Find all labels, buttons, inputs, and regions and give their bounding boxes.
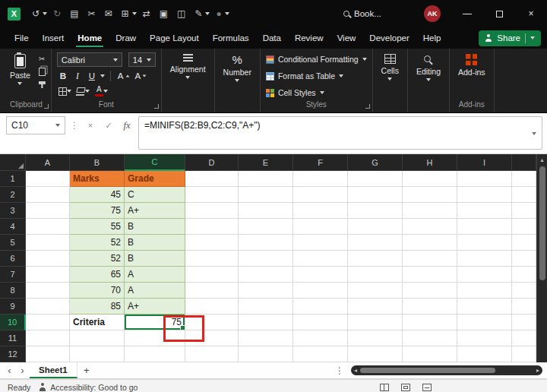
- cell-C4[interactable]: B: [125, 219, 185, 235]
- copy-button[interactable]: [39, 68, 46, 76]
- accessibility-status[interactable]: Accessibility: Good to go: [38, 383, 138, 392]
- cell[interactable]: [403, 267, 457, 283]
- cells-button[interactable]: Cells: [378, 52, 402, 82]
- cell[interactable]: [348, 267, 403, 283]
- cell-A1[interactable]: [26, 171, 70, 187]
- cell[interactable]: [403, 346, 457, 362]
- cell-B4[interactable]: 55: [70, 219, 125, 235]
- prev-sheet-button[interactable]: ‹: [4, 365, 15, 376]
- cell-A7[interactable]: [26, 267, 70, 283]
- cell[interactable]: [512, 346, 536, 362]
- row-header-7[interactable]: 7: [0, 267, 26, 283]
- font-dialog-launcher-icon[interactable]: [154, 104, 159, 109]
- col-header-e[interactable]: E: [239, 154, 293, 171]
- cell[interactable]: [293, 267, 348, 283]
- cell[interactable]: [239, 283, 293, 299]
- cell[interactable]: [239, 203, 293, 219]
- row-header-11[interactable]: 11: [0, 330, 26, 346]
- cell[interactable]: [239, 315, 293, 330]
- tab-review[interactable]: Review: [288, 27, 330, 49]
- page-break-view-button[interactable]: [422, 384, 432, 391]
- cut-icon[interactable]: ✂: [87, 8, 95, 19]
- cell[interactable]: [403, 251, 457, 267]
- cell[interactable]: [293, 235, 348, 251]
- cell[interactable]: [512, 219, 536, 235]
- cell-A10[interactable]: [26, 315, 70, 330]
- borders-button[interactable]: [57, 85, 73, 97]
- name-box[interactable]: C10: [6, 116, 65, 134]
- maximize-button[interactable]: [483, 0, 515, 27]
- minimize-button[interactable]: —: [451, 0, 483, 27]
- insert-function-button[interactable]: fx: [120, 116, 134, 134]
- underline-button[interactable]: U: [86, 70, 98, 82]
- conditional-formatting-button[interactable]: Conditional Formatting: [266, 52, 367, 66]
- row-header-2[interactable]: 2: [0, 187, 26, 203]
- cell[interactable]: [348, 283, 403, 299]
- col-header-f[interactable]: F: [293, 154, 348, 171]
- cancel-button[interactable]: ×: [84, 116, 97, 134]
- cell[interactable]: [239, 171, 293, 187]
- name-box-caret-icon[interactable]: [55, 124, 60, 127]
- cell[interactable]: [239, 187, 293, 203]
- cell[interactable]: [512, 315, 536, 330]
- format-painter-button[interactable]: [39, 81, 46, 89]
- cell[interactable]: [293, 171, 348, 187]
- cell[interactable]: [403, 330, 457, 346]
- cell-A9[interactable]: [26, 299, 70, 315]
- pen-icon[interactable]: ✎: [194, 8, 202, 19]
- cell[interactable]: [239, 251, 293, 267]
- alignment-button[interactable]: Alignment: [167, 52, 209, 81]
- cell-C12[interactable]: [125, 346, 185, 362]
- tab-bar-menu-icon[interactable]: ⋮: [335, 365, 344, 376]
- cell-A2[interactable]: [26, 187, 70, 203]
- paste-button[interactable]: Paste: [7, 52, 33, 87]
- cell-A11[interactable]: [26, 330, 70, 346]
- search-box[interactable]: Book...: [343, 0, 381, 27]
- cell[interactable]: [403, 187, 457, 203]
- col-header-d[interactable]: D: [185, 154, 239, 171]
- tab-home[interactable]: Home: [71, 27, 109, 49]
- cell[interactable]: [348, 187, 403, 203]
- cell[interactable]: [457, 330, 512, 346]
- cell[interactable]: [457, 346, 512, 362]
- cell-A4[interactable]: [26, 219, 70, 235]
- cell-A3[interactable]: [26, 203, 70, 219]
- tab-view[interactable]: View: [330, 27, 363, 49]
- cell-styles-button[interactable]: Cell Styles: [266, 86, 324, 100]
- row-header-5[interactable]: 5: [0, 235, 26, 251]
- cell[interactable]: [348, 171, 403, 187]
- cell[interactable]: [512, 330, 536, 346]
- tab-developer[interactable]: Developer: [362, 27, 416, 49]
- document-icon[interactable]: ▤: [70, 8, 78, 19]
- cell-C10-selected[interactable]: 75: [125, 315, 185, 330]
- camera-icon[interactable]: ▣: [160, 8, 168, 19]
- cell[interactable]: [185, 299, 239, 315]
- cell[interactable]: [403, 219, 457, 235]
- cell[interactable]: [457, 171, 512, 187]
- cell[interactable]: [457, 203, 512, 219]
- cell-B3[interactable]: 75: [70, 203, 125, 219]
- underline-dropdown-caret-icon[interactable]: [100, 74, 105, 77]
- clipboard-dialog-launcher-icon[interactable]: [44, 104, 49, 109]
- sheet-tab-sheet1[interactable]: Sheet1: [30, 362, 77, 378]
- tab-data[interactable]: Data: [256, 27, 288, 49]
- col-header-a[interactable]: A: [26, 154, 70, 171]
- fill-color-button[interactable]: [75, 85, 91, 97]
- mail-icon[interactable]: ✉: [105, 8, 112, 19]
- row-header-4[interactable]: 4: [0, 219, 26, 235]
- tab-formulas[interactable]: Formulas: [206, 27, 256, 49]
- cell-B12[interactable]: [70, 346, 125, 362]
- col-header-h[interactable]: H: [403, 154, 457, 171]
- cell[interactable]: [239, 346, 293, 362]
- cell-B7[interactable]: 65: [70, 267, 125, 283]
- cell[interactable]: [348, 315, 403, 330]
- italic-button[interactable]: I: [71, 70, 84, 82]
- cell[interactable]: [512, 203, 536, 219]
- font-color-button[interactable]: A: [93, 85, 109, 97]
- cell-B8[interactable]: 70: [70, 283, 125, 299]
- calculator-icon[interactable]: ◫: [177, 8, 185, 19]
- font-name-select[interactable]: Calibri: [57, 52, 122, 67]
- cell-A8[interactable]: [26, 283, 70, 299]
- cell-B10[interactable]: Criteria: [70, 315, 125, 330]
- cell[interactable]: [185, 203, 239, 219]
